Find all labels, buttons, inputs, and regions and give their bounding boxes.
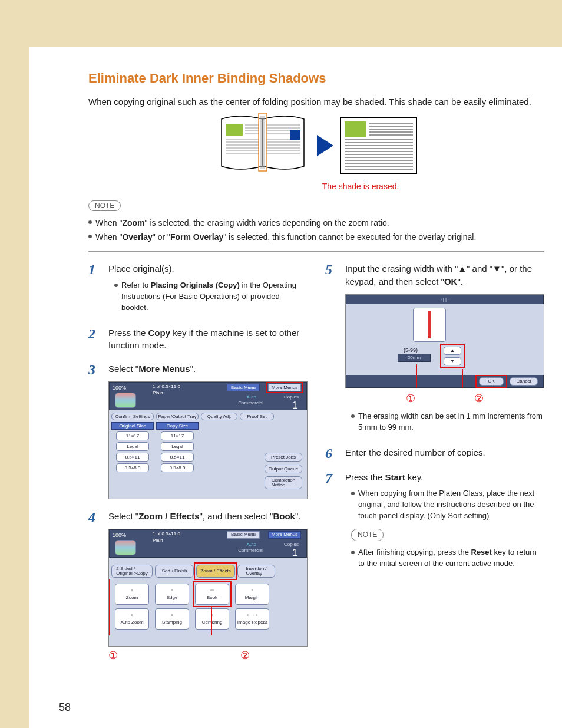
right-column: 5 Input the erasing width with "▲" and "… (325, 262, 544, 673)
eraser-width-screenshot: →| |← (5-99) 20mm ▲ ▼ (345, 294, 544, 388)
step-number: 7 (325, 471, 338, 572)
step-5-sub: The erasing width can be set in 1 mm inc… (358, 411, 544, 433)
output-queue-button[interactable]: Output Queue (265, 465, 302, 473)
size-11x17[interactable]: 11×17 (161, 431, 194, 440)
zoom-effects-screenshot: 100% 1 of 0.5×11 0 Plain Basic Menu More… (108, 529, 308, 647)
divider (88, 251, 544, 252)
manual-page: Chapter 2 More Menus Features Eliminate … (0, 0, 562, 728)
confirm-settings-button[interactable]: Confirm Settings (111, 413, 154, 420)
original-size-header: Original Size (111, 422, 154, 430)
size-11x17[interactable]: 11×17 (116, 431, 149, 440)
note-2: When "Overlay" or "Form Overlay" is sele… (88, 231, 544, 243)
basic-menu-tab[interactable]: Basic Menu (227, 384, 260, 391)
proof-set-button[interactable]: Proof Set (240, 413, 274, 420)
content-area: Eliminate Dark Inner Binding Shadows Whe… (29, 47, 562, 728)
result-page-illustration (340, 117, 417, 174)
step-3-text: Select "More Menus". (108, 363, 308, 375)
up-arrow-button[interactable]: ▲ (444, 347, 461, 355)
zoom-button[interactable]: ▫Zoom (115, 584, 149, 605)
down-arrow-button[interactable]: ▼ (444, 357, 461, 365)
sort-finish-tab[interactable]: Sort / Finish (155, 565, 194, 578)
step-6-text: Enter the desired number of copies. (345, 446, 544, 460)
page-title: Eliminate Dark Inner Binding Shadows (88, 71, 544, 86)
copy-size-header: Copy Size (156, 422, 199, 430)
preview-page (413, 308, 446, 342)
diagram (88, 113, 544, 178)
step-7-text: Press the Start key. (345, 471, 544, 484)
preset-jobs-button[interactable]: Preset Jobs (265, 453, 302, 462)
image-repeat-button[interactable]: ▫ → ▫Image Repeat (235, 608, 269, 630)
step-7-sub2: After finishing copying, press the Reset… (358, 547, 544, 569)
arrow-right-icon (317, 135, 333, 156)
top-band (0, 0, 562, 47)
more-menus-tab[interactable]: More Menus (268, 531, 301, 539)
note-pill: NOTE (351, 529, 384, 541)
callout-1: ① (406, 391, 415, 406)
stamping-button[interactable]: ▫Stamping (155, 608, 189, 630)
step-number: 5 (325, 262, 338, 435)
left-band (0, 0, 29, 728)
edge-button[interactable]: ▫Edge (155, 584, 189, 605)
svg-rect-0 (226, 124, 243, 136)
completion-notice-button[interactable]: Completion Notice (265, 476, 302, 489)
size-85x11[interactable]: 8.5×11 (161, 453, 194, 462)
width-value: 20mm (398, 354, 431, 362)
more-menus-screenshot: 100% 1 of 0.5×11 0 Plain Basic Menu More… (108, 381, 308, 499)
size-55x85[interactable]: 5.5×8.5 (116, 463, 149, 472)
two-sided-tab[interactable]: 2-Sided / Original->Copy (111, 565, 153, 578)
book-button[interactable]: ▫▫Book (195, 584, 229, 605)
step-7-sub1: When copying from the Platen Glass, plac… (358, 488, 544, 522)
diagram-caption: The shade is erased. (177, 182, 544, 191)
ok-button[interactable]: OK (479, 377, 504, 386)
step-number: 1 (88, 262, 101, 315)
size-55x85[interactable]: 5.5×8.5 (161, 463, 194, 472)
auto-zoom-button[interactable]: ▫Auto Zoom (115, 608, 149, 630)
open-book-illustration (216, 113, 310, 178)
intro-text: When copying original such as the center… (88, 95, 544, 108)
step-number: 6 (325, 446, 338, 460)
note-1: When "Zoom" is selected, the erasing wid… (88, 217, 544, 229)
more-menus-tab[interactable]: More Menus (268, 384, 301, 391)
callout-1: ① (108, 648, 118, 663)
cancel-button[interactable]: Cancel (510, 377, 538, 386)
note-pill: NOTE (88, 200, 121, 211)
quality-adj-button[interactable]: Quality Adj. (201, 413, 237, 420)
margin-button[interactable]: ▫Margin (235, 584, 269, 605)
left-column: 1 Place original(s). Refer to Placing Or… (88, 262, 308, 673)
step-2-text: Press the Copy key if the machine is set… (108, 327, 308, 353)
insertion-overlay-tab[interactable]: Insertion / Overlay (237, 565, 275, 578)
step-1-sub: Refer to Placing Originals (Copy) in the… (121, 280, 308, 314)
size-legal[interactable]: Legal (116, 442, 149, 451)
zoom-effects-tab[interactable]: Zoom / Effects (196, 565, 235, 578)
paper-output-button[interactable]: Paper/Output Tray (156, 413, 199, 420)
step-4-text: Select "Zoom / Effects", and then select… (108, 510, 308, 523)
callout-2: ② (474, 391, 484, 406)
step-1-text: Place original(s). (108, 263, 174, 274)
step-number: 4 (88, 510, 101, 663)
step-number: 2 (88, 327, 101, 353)
size-legal[interactable]: Legal (161, 442, 194, 451)
size-85x11[interactable]: 8.5×11 (116, 453, 149, 462)
step-5-text: Input the erasing width with "▲" and "▼"… (345, 262, 544, 288)
basic-menu-tab[interactable]: Basic Menu (227, 531, 260, 539)
page-number: 58 (59, 701, 71, 714)
callout-2: ② (240, 648, 250, 663)
svg-rect-21 (260, 116, 265, 169)
centering-button[interactable]: ▫Centering (195, 608, 229, 630)
step-number: 3 (88, 363, 101, 499)
